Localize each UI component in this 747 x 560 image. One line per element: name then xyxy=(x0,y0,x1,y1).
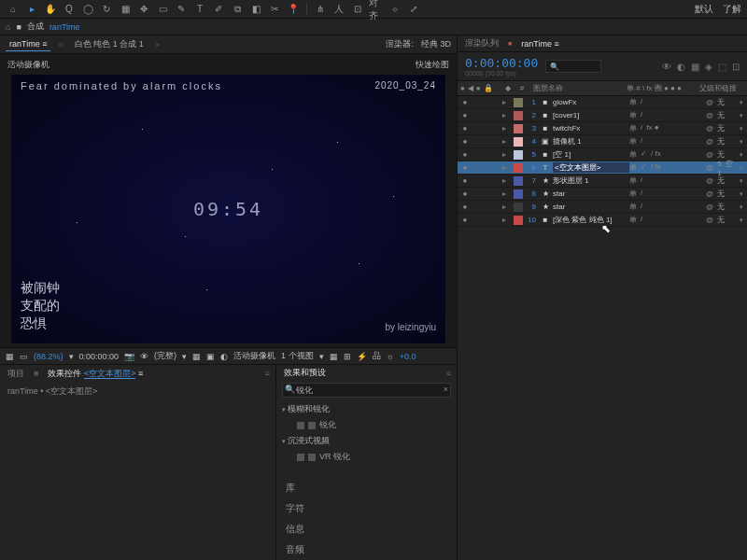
twirl-icon[interactable]: ▸ xyxy=(502,150,512,159)
solo-col-icon[interactable]: ● xyxy=(476,84,481,92)
fast-prev-icon[interactable]: ⚡ xyxy=(357,352,367,361)
effects-search-input[interactable] xyxy=(282,383,451,398)
fast-draw-label[interactable]: 快速绘图 xyxy=(416,59,449,71)
layer-switches[interactable]: 单✓/ fx xyxy=(629,162,702,173)
layer-toggles[interactable]: ● xyxy=(458,111,502,119)
active-camera-label[interactable]: 活动摄像机 xyxy=(7,59,49,71)
panel-library[interactable]: 库 xyxy=(286,478,447,498)
layer-name[interactable]: [空 1] xyxy=(553,149,629,160)
color-col[interactable]: ◆ xyxy=(502,84,514,92)
eye-icon[interactable]: 👁 xyxy=(140,352,148,361)
camera-dropdown[interactable]: 活动摄像机 xyxy=(233,350,275,362)
zoom-tool-icon[interactable]: Q xyxy=(62,2,77,17)
expand-icon[interactable]: ⊡ xyxy=(732,62,740,72)
layer-switches[interactable]: 单/ xyxy=(629,215,702,225)
layer-color-swatch[interactable] xyxy=(514,163,523,173)
align-label[interactable]: 对齐 xyxy=(369,2,384,17)
layer-toggles[interactable]: ● xyxy=(458,203,502,211)
effect-category-immersive[interactable]: 沉浸式视频 xyxy=(282,433,451,449)
layer-name[interactable]: [cover1] xyxy=(553,111,629,119)
chevron-down-icon[interactable]: ▾ xyxy=(319,352,324,361)
layer-switches[interactable]: 单/ xyxy=(629,202,702,212)
layer-name[interactable]: star xyxy=(553,189,629,198)
layer-parent[interactable]: @无▾ xyxy=(702,215,747,225)
layer-parent[interactable]: @无▾ xyxy=(702,123,747,133)
layer-parent[interactable]: @无▾ xyxy=(702,189,747,199)
panel-menu-icon[interactable]: ≡ xyxy=(446,369,451,378)
twirl-icon[interactable]: ▸ xyxy=(502,176,512,185)
clear-search-icon[interactable]: × xyxy=(444,385,448,394)
twirl-icon[interactable]: ▸ xyxy=(502,124,512,133)
layer-row[interactable]: ●▸10■[深色 紫色 纯色 1]单/@无▾ xyxy=(458,214,747,227)
layer-switches[interactable]: 单/ xyxy=(629,110,702,120)
ruler-icon[interactable]: ▭ xyxy=(20,352,28,361)
breadcrumb-label[interactable]: 合成 xyxy=(27,21,44,33)
eye-col-icon[interactable]: ● xyxy=(460,84,465,92)
motion-blur-icon[interactable]: ▦ xyxy=(691,62,699,72)
mesh-icon[interactable]: ⋔ xyxy=(313,2,328,17)
layer-toggles[interactable]: ● xyxy=(458,124,502,133)
layer-name[interactable]: twitchFx xyxy=(553,124,629,133)
text-tool-icon[interactable]: T xyxy=(192,2,207,17)
orbit-tool-icon[interactable]: ◯ xyxy=(80,2,95,17)
layer-color-swatch[interactable] xyxy=(514,150,523,160)
layer-switches[interactable]: 单/ xyxy=(629,189,702,199)
layer-parent[interactable]: @无▾ xyxy=(702,110,747,120)
grid-toggle-icon[interactable]: ▦ xyxy=(192,352,201,361)
guides-icon[interactable]: ▣ xyxy=(206,352,215,361)
layer-name[interactable]: 摄像机 1 xyxy=(553,136,629,147)
layer-color-swatch[interactable] xyxy=(514,203,523,212)
layer-toggles[interactable]: ● xyxy=(458,150,502,159)
frame-blend-icon[interactable]: ◐ xyxy=(677,62,685,72)
panel-audio[interactable]: 音频 xyxy=(286,539,447,560)
layer-toggles[interactable]: ● xyxy=(458,189,502,198)
layer-parent[interactable]: @5. 空 1▾ xyxy=(702,159,747,177)
layer-row[interactable]: ●▸4▣摄像机 1单/@无▾ xyxy=(458,135,747,148)
workspace-about[interactable]: 了解 xyxy=(723,3,741,16)
twirl-icon[interactable]: ▸ xyxy=(502,111,512,119)
name-col[interactable]: 图层名称 xyxy=(530,83,624,93)
views-dropdown[interactable]: 1 个视图 xyxy=(281,350,314,362)
eraser-tool-icon[interactable]: ◧ xyxy=(248,2,263,17)
layer-toggles[interactable]: ● xyxy=(458,176,502,185)
effect-category-blur[interactable]: 模糊和锐化 xyxy=(282,401,451,417)
snapshot-icon[interactable]: 📷 xyxy=(124,352,134,361)
parent-col[interactable]: 父级和链接 xyxy=(697,83,747,93)
twirl-icon[interactable]: ▸ xyxy=(502,189,512,198)
current-timecode[interactable]: 0:00:00:00 xyxy=(465,56,538,70)
layer-color-swatch[interactable] xyxy=(514,137,523,147)
layer-color-swatch[interactable] xyxy=(514,111,523,120)
person-icon[interactable]: 人 xyxy=(331,2,346,17)
layer-parent[interactable]: @无▾ xyxy=(702,175,747,186)
layer-row[interactable]: ●▸3■twitchFx单/fx ●@无▾ xyxy=(458,122,747,135)
index-col[interactable]: # xyxy=(514,84,530,92)
layer-switches[interactable]: 单/ xyxy=(629,136,702,147)
layer-switches[interactable]: 单/fx ● xyxy=(629,123,702,133)
roto-tool-icon[interactable]: ✂ xyxy=(267,2,282,17)
switches-col[interactable]: 单 # \ fx 圈 ● ● ● xyxy=(624,83,697,93)
px-aspect-icon[interactable]: ⊞ xyxy=(344,352,351,361)
home-icon[interactable]: ⌂ xyxy=(6,2,21,17)
shy-icon[interactable]: 👁 xyxy=(662,62,671,72)
brush-tool-icon[interactable]: ✐ xyxy=(211,2,226,17)
layer-toggles[interactable]: ● xyxy=(458,163,502,172)
twirl-icon[interactable]: ▸ xyxy=(502,203,512,211)
clone-tool-icon[interactable]: ⧉ xyxy=(230,2,245,17)
panel-menu-icon[interactable]: ≡ xyxy=(265,369,270,378)
tab-comp-rantime[interactable]: ranTime ≡ xyxy=(519,37,560,50)
layer-parent[interactable]: @无▾ xyxy=(702,136,747,147)
puppet-tool-icon[interactable]: 📍 xyxy=(286,2,301,17)
layer-row[interactable]: ●▸7★形状图层 1单/@无▾ xyxy=(458,175,747,188)
effect-item-sharpen[interactable]: 锐化 xyxy=(282,417,451,433)
tab-effect-controls[interactable]: 效果控件 <空文本图层> ≡ xyxy=(46,366,145,382)
twirl-icon[interactable]: ▸ xyxy=(502,98,512,106)
layer-name[interactable]: [深色 紫色 纯色 1] xyxy=(553,215,629,225)
layer-row[interactable]: ●▸8★star单/@无▾ xyxy=(458,188,747,201)
breadcrumb-comp[interactable]: ranTime xyxy=(49,22,80,32)
layer-name[interactable]: star xyxy=(553,203,629,211)
layer-toggles[interactable]: ● xyxy=(458,137,502,146)
graph-icon[interactable]: ◈ xyxy=(705,62,712,72)
shape-tool-icon[interactable]: ▭ xyxy=(155,2,170,17)
res-value[interactable]: 0:00:00:00 xyxy=(79,352,120,361)
panel-info[interactable]: 信息 xyxy=(286,519,447,539)
